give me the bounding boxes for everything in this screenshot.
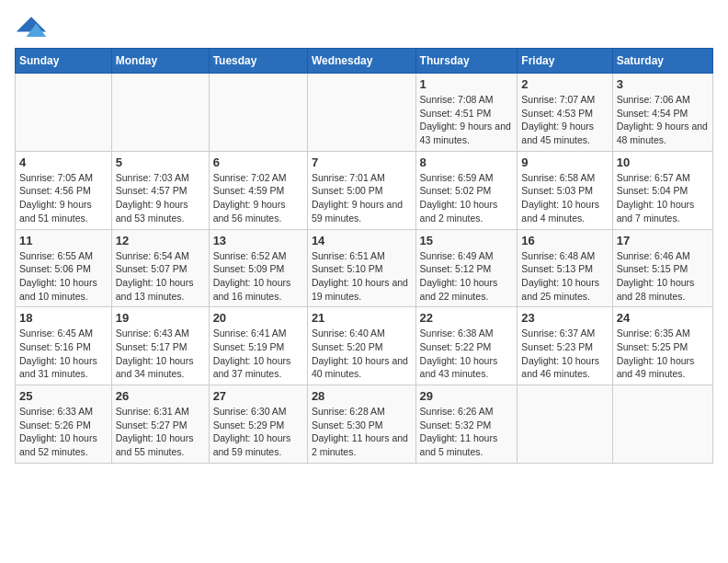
day-number: 22 bbox=[420, 311, 514, 325]
day-number: 6 bbox=[213, 155, 303, 169]
calendar-table: SundayMondayTuesdayWednesdayThursdayFrid… bbox=[15, 48, 713, 464]
calendar-cell: 23Sunrise: 6:37 AM Sunset: 5:23 PM Dayli… bbox=[518, 307, 612, 385]
logo-icon bbox=[15, 15, 48, 40]
calendar-cell: 5Sunrise: 7:03 AM Sunset: 4:57 PM Daylig… bbox=[111, 151, 209, 229]
calendar-cell: 11Sunrise: 6:55 AM Sunset: 5:06 PM Dayli… bbox=[16, 229, 112, 307]
calendar-cell: 12Sunrise: 6:54 AM Sunset: 5:07 PM Dayli… bbox=[111, 229, 209, 307]
day-number: 12 bbox=[116, 234, 205, 247]
calendar-cell: 13Sunrise: 6:52 AM Sunset: 5:09 PM Dayli… bbox=[209, 229, 307, 307]
day-info: Sunrise: 6:26 AM Sunset: 5:32 PM Dayligh… bbox=[420, 405, 514, 459]
day-number: 5 bbox=[116, 155, 205, 169]
day-info: Sunrise: 6:30 AM Sunset: 5:29 PM Dayligh… bbox=[213, 405, 303, 459]
day-number: 26 bbox=[116, 389, 205, 403]
calendar-cell: 15Sunrise: 6:49 AM Sunset: 5:12 PM Dayli… bbox=[415, 229, 518, 307]
day-info: Sunrise: 6:59 AM Sunset: 5:02 PM Dayligh… bbox=[420, 171, 514, 225]
logo bbox=[15, 15, 48, 40]
day-number: 8 bbox=[420, 155, 514, 169]
calendar-cell: 24Sunrise: 6:35 AM Sunset: 5:25 PM Dayli… bbox=[612, 307, 712, 385]
calendar-cell bbox=[518, 385, 612, 464]
day-number: 11 bbox=[19, 234, 108, 247]
day-info: Sunrise: 6:54 AM Sunset: 5:07 PM Dayligh… bbox=[116, 249, 205, 304]
day-info: Sunrise: 6:46 AM Sunset: 5:15 PM Dayligh… bbox=[617, 249, 709, 304]
day-info: Sunrise: 6:52 AM Sunset: 5:09 PM Dayligh… bbox=[213, 249, 303, 304]
calendar-cell: 7Sunrise: 7:01 AM Sunset: 5:00 PM Daylig… bbox=[307, 151, 415, 229]
day-number: 16 bbox=[521, 234, 608, 247]
day-number: 18 bbox=[19, 311, 108, 325]
day-info: Sunrise: 7:05 AM Sunset: 4:56 PM Dayligh… bbox=[19, 171, 108, 225]
day-number: 23 bbox=[521, 311, 608, 325]
day-info: Sunrise: 7:02 AM Sunset: 4:59 PM Dayligh… bbox=[213, 171, 303, 225]
day-info: Sunrise: 6:51 AM Sunset: 5:10 PM Dayligh… bbox=[312, 249, 412, 304]
day-number: 24 bbox=[617, 311, 709, 325]
day-number: 2 bbox=[521, 77, 608, 91]
day-number: 1 bbox=[420, 77, 514, 91]
day-number: 20 bbox=[213, 311, 303, 325]
calendar-week-row: 4Sunrise: 7:05 AM Sunset: 4:56 PM Daylig… bbox=[16, 151, 713, 229]
day-number: 28 bbox=[312, 389, 412, 403]
day-info: Sunrise: 6:28 AM Sunset: 5:30 PM Dayligh… bbox=[312, 405, 412, 459]
calendar-week-row: 1Sunrise: 7:08 AM Sunset: 4:51 PM Daylig… bbox=[16, 74, 713, 152]
calendar-cell: 3Sunrise: 7:06 AM Sunset: 4:54 PM Daylig… bbox=[612, 74, 712, 152]
column-header-monday: Monday bbox=[111, 49, 209, 74]
calendar-cell: 29Sunrise: 6:26 AM Sunset: 5:32 PM Dayli… bbox=[415, 385, 518, 464]
calendar-cell: 4Sunrise: 7:05 AM Sunset: 4:56 PM Daylig… bbox=[16, 151, 112, 229]
calendar-week-row: 11Sunrise: 6:55 AM Sunset: 5:06 PM Dayli… bbox=[16, 229, 713, 307]
day-info: Sunrise: 6:31 AM Sunset: 5:27 PM Dayligh… bbox=[116, 405, 205, 459]
day-info: Sunrise: 7:03 AM Sunset: 4:57 PM Dayligh… bbox=[116, 171, 205, 225]
day-info: Sunrise: 6:49 AM Sunset: 5:12 PM Dayligh… bbox=[420, 249, 514, 304]
day-number: 7 bbox=[312, 155, 412, 169]
calendar-cell bbox=[209, 74, 307, 152]
day-info: Sunrise: 7:01 AM Sunset: 5:00 PM Dayligh… bbox=[312, 171, 412, 225]
calendar-cell: 9Sunrise: 6:58 AM Sunset: 5:03 PM Daylig… bbox=[518, 151, 612, 229]
svg-marker-0 bbox=[17, 17, 46, 31]
day-number: 10 bbox=[617, 155, 709, 169]
day-info: Sunrise: 6:38 AM Sunset: 5:22 PM Dayligh… bbox=[420, 327, 514, 381]
day-info: Sunrise: 6:57 AM Sunset: 5:04 PM Dayligh… bbox=[617, 171, 709, 225]
day-number: 29 bbox=[420, 389, 514, 403]
day-number: 15 bbox=[420, 234, 514, 247]
column-header-saturday: Saturday bbox=[612, 49, 712, 74]
day-info: Sunrise: 6:58 AM Sunset: 5:03 PM Dayligh… bbox=[521, 171, 608, 225]
day-number: 19 bbox=[116, 311, 205, 325]
calendar-cell: 25Sunrise: 6:33 AM Sunset: 5:26 PM Dayli… bbox=[16, 385, 112, 464]
day-number: 4 bbox=[19, 155, 108, 169]
calendar-cell bbox=[612, 385, 712, 464]
calendar-cell: 28Sunrise: 6:28 AM Sunset: 5:30 PM Dayli… bbox=[307, 385, 415, 464]
calendar-cell: 8Sunrise: 6:59 AM Sunset: 5:02 PM Daylig… bbox=[415, 151, 518, 229]
calendar-cell: 6Sunrise: 7:02 AM Sunset: 4:59 PM Daylig… bbox=[209, 151, 307, 229]
column-header-wednesday: Wednesday bbox=[307, 49, 415, 74]
calendar-week-row: 18Sunrise: 6:45 AM Sunset: 5:16 PM Dayli… bbox=[16, 307, 713, 385]
calendar-cell bbox=[307, 74, 415, 152]
day-info: Sunrise: 6:41 AM Sunset: 5:19 PM Dayligh… bbox=[213, 327, 303, 381]
day-number: 21 bbox=[312, 311, 412, 325]
column-header-thursday: Thursday bbox=[415, 49, 518, 74]
day-number: 25 bbox=[19, 389, 108, 403]
day-info: Sunrise: 6:40 AM Sunset: 5:20 PM Dayligh… bbox=[312, 327, 412, 381]
day-info: Sunrise: 7:06 AM Sunset: 4:54 PM Dayligh… bbox=[617, 93, 709, 147]
calendar-cell: 19Sunrise: 6:43 AM Sunset: 5:17 PM Dayli… bbox=[111, 307, 209, 385]
header bbox=[15, 15, 713, 40]
calendar-cell: 14Sunrise: 6:51 AM Sunset: 5:10 PM Dayli… bbox=[307, 229, 415, 307]
calendar-cell: 27Sunrise: 6:30 AM Sunset: 5:29 PM Dayli… bbox=[209, 385, 307, 464]
day-number: 13 bbox=[213, 234, 303, 247]
calendar-cell: 20Sunrise: 6:41 AM Sunset: 5:19 PM Dayli… bbox=[209, 307, 307, 385]
calendar-cell: 26Sunrise: 6:31 AM Sunset: 5:27 PM Dayli… bbox=[111, 385, 209, 464]
day-info: Sunrise: 6:33 AM Sunset: 5:26 PM Dayligh… bbox=[19, 405, 108, 459]
day-info: Sunrise: 6:55 AM Sunset: 5:06 PM Dayligh… bbox=[19, 249, 108, 304]
day-number: 14 bbox=[312, 234, 412, 247]
day-info: Sunrise: 6:43 AM Sunset: 5:17 PM Dayligh… bbox=[116, 327, 205, 381]
day-info: Sunrise: 7:07 AM Sunset: 4:53 PM Dayligh… bbox=[521, 93, 608, 147]
day-info: Sunrise: 6:35 AM Sunset: 5:25 PM Dayligh… bbox=[617, 327, 709, 381]
day-number: 3 bbox=[617, 77, 709, 91]
calendar-cell: 22Sunrise: 6:38 AM Sunset: 5:22 PM Dayli… bbox=[415, 307, 518, 385]
calendar-cell: 10Sunrise: 6:57 AM Sunset: 5:04 PM Dayli… bbox=[612, 151, 712, 229]
column-header-friday: Friday bbox=[518, 49, 612, 74]
calendar-week-row: 25Sunrise: 6:33 AM Sunset: 5:26 PM Dayli… bbox=[16, 385, 713, 464]
calendar-header-row: SundayMondayTuesdayWednesdayThursdayFrid… bbox=[16, 49, 713, 74]
calendar-cell: 18Sunrise: 6:45 AM Sunset: 5:16 PM Dayli… bbox=[16, 307, 112, 385]
calendar-cell bbox=[16, 74, 112, 152]
calendar-cell: 1Sunrise: 7:08 AM Sunset: 4:51 PM Daylig… bbox=[415, 74, 518, 152]
day-number: 9 bbox=[521, 155, 608, 169]
calendar-cell: 2Sunrise: 7:07 AM Sunset: 4:53 PM Daylig… bbox=[518, 74, 612, 152]
column-header-sunday: Sunday bbox=[16, 49, 112, 74]
